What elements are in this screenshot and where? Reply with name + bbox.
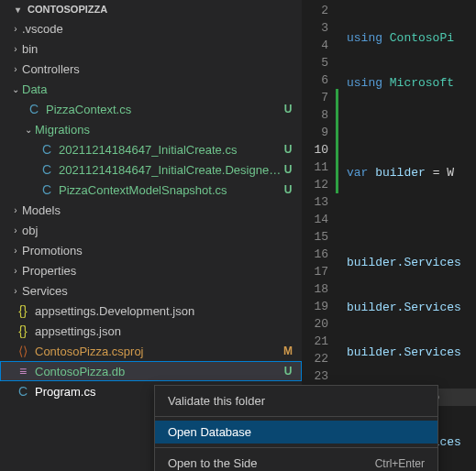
chevron-down-icon: ⌄	[9, 84, 22, 94]
csharp-icon: C	[26, 102, 42, 116]
file-migration-designer[interactable]: C 20211214184647_InitialCreate.Designer.…	[0, 159, 302, 180]
menu-open-side[interactable]: Open to the Side Ctrl+Enter	[155, 452, 437, 471]
chevron-right-icon: ›	[9, 246, 22, 256]
folder-data[interactable]: ⌄ Data	[0, 79, 302, 99]
file-appsettings-dev[interactable]: {} appsettings.Development.json	[0, 301, 302, 321]
folder-vscode[interactable]: › .vscode	[0, 18, 302, 38]
project-title: CONTOSOPIZZA	[28, 4, 107, 15]
chevron-down-icon: ⌄	[22, 125, 35, 135]
folder-promotions[interactable]: › Promotions	[0, 240, 302, 260]
shortcut-label: Ctrl+Enter	[375, 457, 425, 470]
chevron-right-icon: ›	[9, 266, 22, 276]
file-db[interactable]: ≡ ContosoPizza.db U	[0, 361, 302, 381]
folder-obj[interactable]: › obj	[0, 220, 302, 240]
project-header[interactable]: ▾ CONTOSOPIZZA	[0, 0, 302, 18]
folder-bin[interactable]: › bin	[0, 38, 302, 59]
menu-validate-folder[interactable]: Validate this folder	[155, 389, 437, 412]
json-icon: {}	[15, 323, 31, 338]
menu-open-database[interactable]: Open Database	[155, 421, 437, 444]
menu-separator	[155, 447, 437, 448]
folder-migrations[interactable]: ⌄ Migrations	[0, 119, 302, 139]
folder-controllers[interactable]: › Controllers	[0, 59, 302, 79]
csharp-icon: C	[39, 182, 55, 197]
chevron-right-icon: ›	[9, 205, 22, 215]
file-snapshot[interactable]: C PizzaContextModelSnapshot.cs U	[0, 180, 302, 200]
chevron-right-icon: ›	[9, 44, 22, 54]
file-pizzacontext[interactable]: C PizzaContext.cs U	[0, 99, 302, 119]
menu-separator	[155, 416, 437, 417]
file-appsettings[interactable]: {} appsettings.json	[0, 321, 302, 341]
git-status-u: U	[282, 143, 294, 156]
database-icon: ≡	[15, 364, 31, 378]
file-migration-initialcreate[interactable]: C 20211214184647_InitialCreate.cs U	[0, 139, 302, 159]
xml-icon: ⟨⟩	[15, 344, 31, 358]
chevron-right-icon: ›	[9, 286, 22, 296]
csharp-icon: C	[15, 384, 31, 399]
context-menu: Validate this folder Open Database Open …	[154, 385, 438, 471]
git-status-u: U	[282, 183, 294, 196]
folder-services[interactable]: › Services	[0, 280, 302, 301]
git-status-m: M	[282, 345, 294, 357]
csharp-icon: C	[39, 162, 55, 177]
git-status-u: U	[282, 103, 294, 115]
git-status-u: U	[282, 163, 294, 176]
chevron-right-icon: ›	[9, 24, 22, 34]
chevron-right-icon: ›	[9, 64, 22, 74]
csharp-icon: C	[39, 142, 55, 157]
folder-models[interactable]: › Models	[0, 200, 302, 220]
folder-properties[interactable]: › Properties	[0, 260, 302, 280]
chevron-right-icon: ›	[9, 225, 22, 236]
json-icon: {}	[15, 303, 31, 318]
chevron-down-icon: ▾	[11, 5, 24, 15]
git-status-u: U	[282, 365, 294, 378]
file-csproj[interactable]: ⟨⟩ ContosoPizza.csproj M	[0, 341, 302, 361]
